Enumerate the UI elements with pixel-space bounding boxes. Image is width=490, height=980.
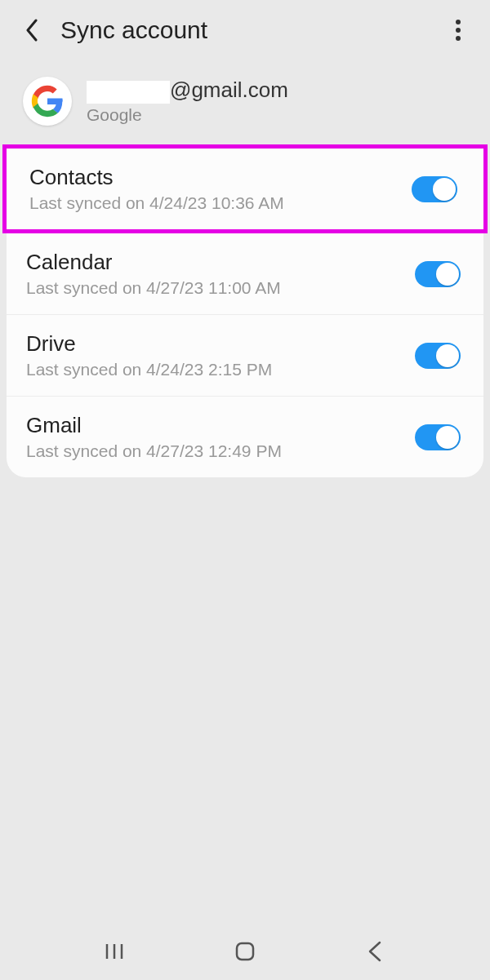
sync-item-detail: Last synced on 4/27/23 12:49 PM [26,441,282,461]
sync-item-name: Calendar [26,250,281,275]
svg-point-1 [456,28,461,33]
svg-point-0 [456,20,461,24]
sync-item-calendar[interactable]: Calendar Last synced on 4/27/23 11:00 AM [7,233,483,315]
svg-rect-6 [237,943,253,960]
sync-list: Contacts Last synced on 4/24/23 10:36 AM… [7,144,483,477]
sync-item-detail: Last synced on 4/24/23 10:36 AM [29,193,284,213]
sync-item-name: Gmail [26,413,282,438]
account-provider: Google [87,105,288,125]
account-info: @gmail.com Google [87,78,288,124]
recents-button[interactable] [98,935,131,968]
google-logo-icon [23,77,72,126]
toggle-switch[interactable] [412,176,457,202]
sync-item-name: Drive [26,331,272,357]
toggle-switch[interactable] [415,261,461,287]
sync-item-detail: Last synced on 4/24/23 2:15 PM [26,360,272,379]
sync-item-gmail[interactable]: Gmail Last synced on 4/27/23 12:49 PM [7,397,483,477]
account-header[interactable]: @gmail.com Google [0,60,490,149]
home-button[interactable] [229,935,261,968]
sync-item-drive[interactable]: Drive Last synced on 4/24/23 2:15 PM [7,315,483,397]
sync-item-name: Contacts [29,165,284,190]
sync-item-contacts[interactable]: Contacts Last synced on 4/24/23 10:36 AM [2,144,488,233]
toggle-switch[interactable] [415,343,461,369]
back-button[interactable] [359,935,392,968]
app-header: Sync account [0,0,490,60]
back-icon[interactable] [20,18,44,42]
sync-item-detail: Last synced on 4/27/23 11:00 AM [26,278,281,298]
account-email: @gmail.com [87,78,288,103]
navigation-bar [0,923,490,980]
page-title: Sync account [60,16,446,44]
svg-point-2 [456,36,461,41]
toggle-switch[interactable] [415,424,461,450]
more-icon[interactable] [446,18,470,42]
